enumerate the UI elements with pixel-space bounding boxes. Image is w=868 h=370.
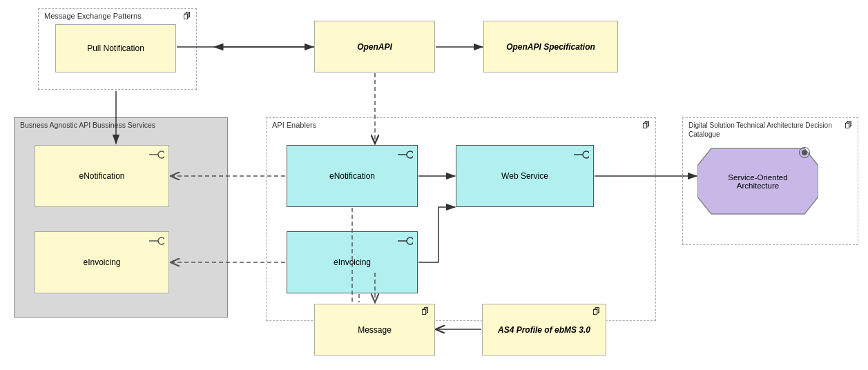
box-as4-profile[interactable]: AS4 Profile of ebMS 3.0 🗍: [482, 304, 606, 356]
region-api-icon: 🗍: [642, 121, 650, 129]
region-api-enablers-label: API Enablers: [272, 121, 316, 129]
box-einvoicing-business[interactable]: eInvoicing: [35, 231, 169, 293]
box-message[interactable]: Message 🗍: [314, 304, 435, 356]
lollipop-icon-4: [398, 236, 413, 246]
soa-label: Service-Oriented Architecture: [708, 173, 808, 190]
box-openapi[interactable]: OpenAPI: [314, 21, 435, 72]
region-digital-label: Digital Solution Technical Architecture …: [688, 121, 840, 139]
message-label: Message: [358, 325, 392, 335]
region-icon: 🗍: [183, 12, 191, 20]
svg-point-4: [407, 151, 413, 158]
svg-point-2: [158, 237, 164, 244]
box-einvoicing-api[interactable]: eInvoicing: [287, 231, 418, 293]
region-business-label: Busness Agnostic API Bussiness Services: [20, 121, 155, 129]
einvoicing-business-label: eInvoicing: [83, 257, 120, 267]
box-openapi-spec[interactable]: OpenAPI Specification: [483, 21, 618, 72]
box-enotification-api[interactable]: eNotification: [287, 145, 418, 207]
region-digital-icon: 🗍: [845, 121, 852, 129]
pull-notification-label: Pull Notification: [87, 43, 144, 53]
box-pull-notification[interactable]: Pull Notification: [55, 24, 176, 72]
web-service-label: Web Service: [501, 171, 548, 181]
lollipop-icon-3: [398, 150, 413, 159]
as4-folder-icon: 🗍: [592, 307, 600, 315]
box-enotification-business[interactable]: eNotification: [35, 145, 169, 207]
as4-profile-label: AS4 Profile of ebMS 3.0: [498, 325, 590, 335]
box-service-oriented[interactable]: Service-Oriented Architecture: [697, 142, 818, 221]
svg-point-8: [583, 151, 589, 158]
box-web-service[interactable]: Web Service: [456, 145, 594, 207]
diagram-container: Message Exchange Patterns 🗍 Pull Notific…: [0, 0, 868, 370]
region-message-exchange-label: Message Exchange Patterns: [44, 12, 142, 20]
lollipop-icon-2: [149, 236, 164, 246]
enotification-api-label: eNotification: [329, 171, 375, 181]
openapi-spec-label: OpenAPI Specification: [506, 42, 595, 52]
enotification-business-label: eNotification: [79, 171, 124, 181]
openapi-label: OpenAPI: [357, 42, 392, 52]
svg-point-6: [407, 237, 413, 244]
lollipop-icon-1: [149, 150, 164, 159]
lollipop-icon-5: [574, 150, 589, 159]
einvoicing-api-label: eInvoicing: [334, 257, 371, 267]
message-folder-icon: 🗍: [421, 307, 429, 315]
svg-point-0: [158, 151, 164, 158]
